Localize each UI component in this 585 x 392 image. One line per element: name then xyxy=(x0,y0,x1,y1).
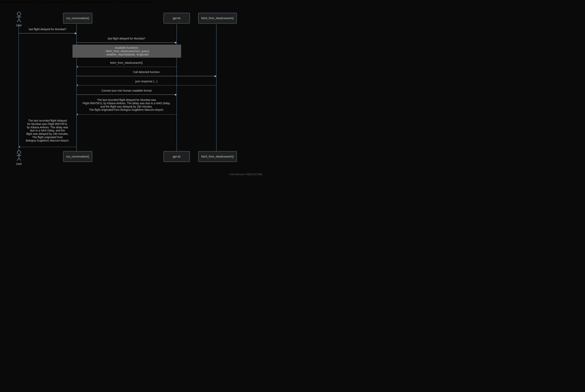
actor-label-user: User xyxy=(16,162,23,166)
arrow-m4 xyxy=(77,76,215,76)
arrowhead-m3 xyxy=(77,66,79,68)
note-line1: Available functions: xyxy=(77,46,176,50)
arrow-m5 xyxy=(79,85,216,86)
note-available-functions: Available functions: - fetch_from_elasti… xyxy=(73,44,181,58)
stick-figure-icon xyxy=(16,12,22,22)
sequence-diagram: User User run_conversation() gpt-4o fetc… xyxy=(0,0,264,177)
arrowhead-m8 xyxy=(19,146,21,148)
arrow-m7 xyxy=(79,114,177,115)
svg-line-3 xyxy=(17,19,19,22)
note-line2: - fetch_from_elasticsearch(nl_query) xyxy=(77,50,176,53)
note-line3: - weather_report(latitude, longitude) xyxy=(77,53,176,56)
arrowhead-m2 xyxy=(175,42,177,44)
actor-label-user: User xyxy=(16,24,23,27)
msg-convert-json: Convert json into human readable format xyxy=(77,89,177,92)
msg-forward-query: last flight delayed for Mumbai? xyxy=(77,37,177,40)
participant-run-conversation-top: run_conversation() xyxy=(63,13,92,24)
msg-human-readable-response: The last recorded flight delayed for Mum… xyxy=(77,98,177,112)
participant-gpt-top: gpt-4o xyxy=(164,13,190,24)
msg-json-response: json response {...} xyxy=(77,80,216,83)
msg-function-selected: fetch_from_elasticsearch() xyxy=(77,61,177,64)
arrowhead-m1 xyxy=(75,32,77,34)
participant-fetch-bottom: fetch_from_elasticsearch() xyxy=(198,151,237,162)
arrow-m2 xyxy=(77,42,175,43)
arrowhead-m4 xyxy=(215,75,216,77)
actor-user-top: User xyxy=(16,12,23,27)
arrowhead-m5 xyxy=(77,84,79,86)
svg-point-0 xyxy=(17,12,21,16)
svg-line-9 xyxy=(19,158,21,161)
msg-final-response: The last recorded flight delayed for Mum… xyxy=(19,119,77,142)
arrow-m6 xyxy=(77,94,175,95)
participant-run-conversation-bottom: run_conversation() xyxy=(63,151,92,162)
stick-figure-icon xyxy=(16,150,22,161)
svg-line-4 xyxy=(19,19,21,22)
arrowhead-m7 xyxy=(77,113,79,116)
watermark: CSDN @Elastic 中国社区官方博客 xyxy=(229,173,262,176)
participant-fetch-top: fetch_from_elasticsearch() xyxy=(198,13,237,24)
actor-user-bottom: User xyxy=(16,150,23,166)
participant-gpt-bottom: gpt-4o xyxy=(164,151,190,162)
arrowhead-m6 xyxy=(175,94,177,96)
msg-user-query: last flight delayed for Mumbai? xyxy=(19,28,77,31)
arrow-m3 xyxy=(79,67,177,67)
msg-call-function: Call detected function xyxy=(77,70,216,74)
svg-line-8 xyxy=(17,158,19,161)
svg-point-5 xyxy=(17,150,21,154)
arrow-m8 xyxy=(21,147,77,147)
